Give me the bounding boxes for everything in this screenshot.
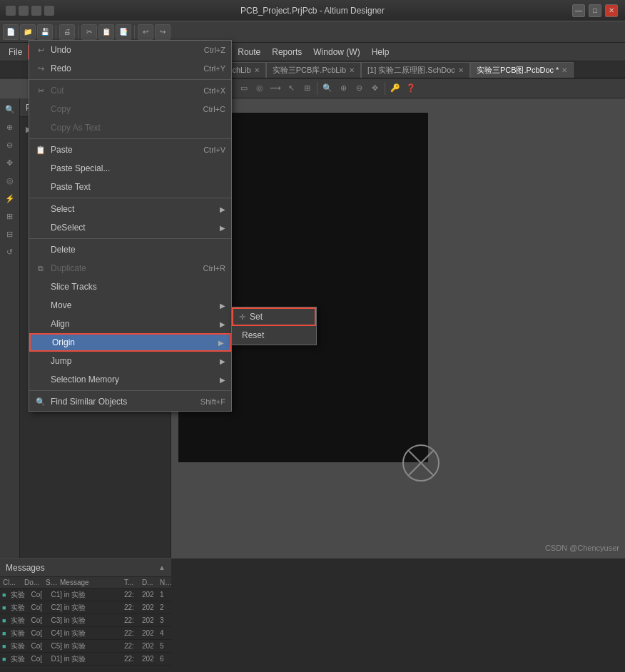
msg-class-2: 实验 bbox=[8, 603, 28, 613]
circle-icon[interactable]: ◎ bbox=[253, 81, 267, 96]
edit-dropdown-menu: ↩ Undo Ctrl+Z ↪ Redo Ctrl+Y ✂ Cut Ctrl+X… bbox=[29, 40, 232, 412]
menu-delete[interactable]: Delete bbox=[29, 240, 231, 259]
zoom-icon[interactable]: 🔍 bbox=[320, 81, 335, 96]
expand-icon[interactable]: ⊞ bbox=[2, 208, 18, 224]
msg-n-3: 3 bbox=[157, 616, 171, 624]
col-doc: Do... bbox=[21, 579, 43, 586]
new-icon[interactable]: 📄 bbox=[3, 24, 19, 40]
cut-menu-icon: ✂ bbox=[34, 86, 48, 96]
tab-pcblib-close[interactable]: ✕ bbox=[349, 66, 355, 74]
menu-route[interactable]: Route bbox=[232, 44, 266, 60]
menu-paste-special[interactable]: Paste Special... bbox=[29, 159, 231, 178]
key-icon[interactable]: 🔑 bbox=[388, 81, 402, 96]
menu-jump[interactable]: Jump ▶ bbox=[29, 352, 231, 370]
rect2-icon[interactable]: ▭ bbox=[237, 81, 251, 96]
msg-row-1[interactable]: ■ 实验 Co[ C1] in 实验 22: 202 1 bbox=[0, 589, 171, 601]
origin-submenu: ✛ Set Reset bbox=[231, 307, 317, 345]
select-tool-icon[interactable]: 🔍 bbox=[2, 101, 18, 117]
redo-icon[interactable]: ↪ bbox=[155, 24, 171, 40]
menu-find-similar[interactable]: 🔍 Find Similar Objects Shift+F bbox=[29, 392, 231, 411]
submenu-set[interactable]: ✛ Set bbox=[232, 307, 316, 326]
paste-shortcut: Ctrl+V bbox=[203, 146, 225, 154]
messages-panel: Messages ▲ Cl... Do... S... Message T...… bbox=[0, 558, 171, 672]
find-similar-icon: 🔍 bbox=[34, 397, 48, 407]
zoom-in-icon[interactable]: ⊕ bbox=[2, 119, 18, 135]
deselect-arrow: ▶ bbox=[220, 224, 225, 232]
zoom-out-icon[interactable]: ⊖ bbox=[2, 137, 18, 153]
messages-arrow[interactable]: ▲ bbox=[158, 564, 166, 571]
save-icon[interactable]: 💾 bbox=[37, 24, 53, 40]
maximize-button[interactable]: □ bbox=[589, 4, 601, 17]
msg-row-3[interactable]: ■ 实验 Co[ C3] in 实验 22: 202 3 bbox=[0, 614, 171, 627]
menu-slice-tracks[interactable]: Slice Tracks bbox=[29, 278, 231, 296]
collapse-icon[interactable]: ⊟ bbox=[2, 226, 18, 242]
redo-menu-icon: ↪ bbox=[34, 64, 48, 73]
copy-shortcut: Ctrl+C bbox=[203, 105, 225, 113]
msg-row-4[interactable]: ■ 实验 Co[ C4] in 实验 22: 202 4 bbox=[0, 627, 171, 640]
cursor-icon[interactable]: ↖ bbox=[284, 81, 298, 96]
messages-right-area bbox=[171, 558, 625, 672]
msg-row-5[interactable]: ■ 实验 Co[ C5] in 实验 22: 202 5 bbox=[0, 640, 171, 653]
menu-align[interactable]: Align ▶ bbox=[29, 315, 231, 333]
watermark: CSDN @Chencyuser bbox=[545, 544, 619, 552]
menu-origin[interactable]: Origin ▶ bbox=[29, 333, 231, 352]
menu-undo[interactable]: ↩ Undo Ctrl+Z bbox=[29, 41, 231, 59]
paste-text-label: Paste Text bbox=[51, 182, 91, 192]
tab-pcbdoc-close[interactable]: ✕ bbox=[562, 66, 567, 74]
bolt-icon[interactable]: ⚡ bbox=[2, 190, 18, 206]
menu-reports[interactable]: Reports bbox=[266, 44, 308, 60]
tab-schlib-close[interactable]: ✕ bbox=[254, 66, 260, 74]
cut-icon[interactable]: ✂ bbox=[81, 24, 97, 40]
zoomin-icon[interactable]: ⊕ bbox=[336, 81, 350, 96]
paste-icon[interactable]: 📑 bbox=[116, 24, 131, 40]
submenu-reset[interactable]: Reset bbox=[232, 326, 316, 345]
menu-copy-as-text: Copy As Text bbox=[29, 118, 231, 137]
menu-select[interactable]: Select ▶ bbox=[29, 200, 231, 218]
tab-schdoc-close[interactable]: ✕ bbox=[458, 66, 464, 74]
zoomout-icon[interactable]: ⊖ bbox=[352, 81, 366, 96]
msg-msg-6: D1] in 实验 bbox=[48, 654, 121, 664]
msg-d-3: 202 bbox=[139, 616, 157, 624]
rotate-icon[interactable]: ↺ bbox=[2, 244, 18, 260]
sep3 bbox=[29, 198, 231, 198]
target-icon[interactable]: ◎ bbox=[2, 173, 18, 188]
wave-icon[interactable]: ⟿ bbox=[268, 81, 283, 96]
col-s: S... bbox=[43, 579, 57, 586]
select-arrow: ▶ bbox=[220, 205, 225, 213]
msg-row-6[interactable]: ■ 实验 Co[ D1] in 实验 22: 202 6 bbox=[0, 653, 171, 666]
menu-help[interactable]: Help bbox=[366, 44, 395, 60]
undo-icon[interactable]: ↩ bbox=[138, 24, 153, 40]
menu-redo[interactable]: ↪ Redo Ctrl+Y bbox=[29, 59, 231, 78]
open-icon[interactable]: 📁 bbox=[20, 24, 36, 40]
menu-paste-text[interactable]: Paste Text bbox=[29, 178, 231, 196]
menu-window[interactable]: Window (W) bbox=[308, 44, 365, 60]
hand-icon[interactable]: ✥ bbox=[2, 155, 18, 170]
pan-icon[interactable]: ✥ bbox=[367, 81, 382, 96]
msg-n-4: 4 bbox=[157, 629, 171, 637]
msg-t-5: 22: bbox=[121, 642, 139, 650]
col-class: Cl... bbox=[0, 579, 21, 586]
undo-label: Undo bbox=[51, 45, 71, 55]
close-button[interactable]: ✕ bbox=[605, 4, 618, 17]
print-icon[interactable]: 🖨 bbox=[59, 24, 75, 40]
msg-row-2[interactable]: ■ 实验 Co[ C2] in 实验 22: 202 2 bbox=[0, 601, 171, 614]
copy-icon[interactable]: 📋 bbox=[98, 24, 114, 40]
selection-memory-label: Selection Memory bbox=[51, 375, 119, 385]
msg-msg-5: C5] in 实验 bbox=[48, 641, 121, 651]
menu-duplicate: ⧉ Duplicate Ctrl+R bbox=[29, 259, 231, 278]
tab-schdoc[interactable]: [1] 实验二原理图.SchDoc ✕ bbox=[361, 62, 470, 78]
msg-t-6: 22: bbox=[121, 655, 139, 663]
menu-paste[interactable]: 📋 Paste Ctrl+V bbox=[29, 141, 231, 159]
tab-pcblib[interactable]: 实验三PCB库.PcbLib ✕ bbox=[266, 62, 361, 78]
minimize-button[interactable]: — bbox=[572, 4, 585, 17]
menu-file[interactable]: File bbox=[3, 44, 28, 60]
duplicate-label: Duplicate bbox=[51, 263, 86, 273]
messages-table: Cl... Do... S... Message T... D... N... … bbox=[0, 577, 171, 666]
measure-icon[interactable]: ⊞ bbox=[300, 81, 314, 96]
menu-move[interactable]: Move ▶ bbox=[29, 296, 231, 315]
menu-selection-memory[interactable]: Selection Memory ▶ bbox=[29, 370, 231, 389]
set-icon: ✛ bbox=[239, 312, 245, 322]
tab-pcbdoc[interactable]: 实验三PCB图.PcbDoc * ✕ bbox=[470, 62, 574, 78]
menu-deselect[interactable]: DeSelect ▶ bbox=[29, 218, 231, 237]
question-icon[interactable]: ❓ bbox=[404, 81, 418, 96]
